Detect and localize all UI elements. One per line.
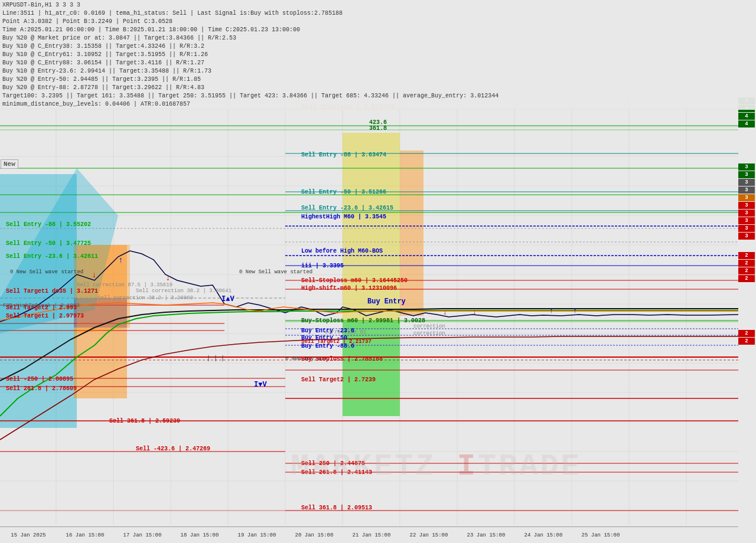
info-line-2: Point A:3.0382 | Point B:3.2249 | Point … <box>2 18 754 26</box>
badge-3-5: 3 <box>738 194 755 201</box>
info-line-6: Buy %10 @ C_Entry61: 3.10952 || Target:3… <box>2 51 754 59</box>
svg-text:↓: ↓ <box>165 273 170 283</box>
sell-361-8-mid: Sell 361.8 | 2.59239 <box>109 418 180 424</box>
info-text-12: minimum_distance_buy_levels: 0.04406 | A… <box>2 101 190 107</box>
info-text-3: Time A:2025.01.21 06:00:00 | Time B:2025… <box>2 27 300 33</box>
time-axis: 15 Jan 2025 16 Jan 15:00 17 Jan 15:00 18… <box>0 526 738 543</box>
time-label-7: 22 Jan 15:00 <box>410 532 448 538</box>
info-line-3: Time A:2025.01.21 06:00:00 | Time B:2025… <box>2 26 754 34</box>
info-line-1: Line:3511 | h1_atr_c0: 0.0169 | tema_h1_… <box>2 9 754 18</box>
info-text-2: Point A:3.0382 | Point B:3.2249 | Point … <box>2 18 172 25</box>
svg-text:↓: ↓ <box>443 309 447 317</box>
badge-2-3: 2 <box>738 267 755 274</box>
sell-261-8-left: Sell 261.8 | 2.78609 <box>6 385 77 392</box>
sell-entry-23-right: Sell Entry -23.6 | 3.42615 <box>301 205 393 211</box>
badge-3-6: 3 <box>738 202 755 209</box>
buy-entry-main-label: Buy Entry <box>367 297 406 306</box>
svg-rect-31 <box>400 151 423 316</box>
info-line-5: Buy %10 @ C_Entry38: 3.15358 || Target:4… <box>2 42 754 51</box>
info-line-4: Buy %20 @ Market price or at: 3.0847 || … <box>2 34 754 42</box>
badge-3-4: 3 <box>738 187 755 194</box>
info-text-8: Buy %10 @ Entry-23.6: 2.99414 || Target:… <box>2 68 211 74</box>
svg-text:correction: correction <box>413 323 445 329</box>
svg-text:I▼V: I▼V <box>254 381 267 389</box>
high-shift-m60: High-shift-m60 | 3.12310096 <box>301 285 397 292</box>
svg-rect-30 <box>343 322 400 416</box>
svg-text:Sell correction 38.2 | 3.26069: Sell correction 38.2 | 3.26069 <box>97 295 193 301</box>
sell-250-bottom: Sell 250 | 2.44875 <box>301 460 365 467</box>
badge-3-8: 3 <box>738 217 755 224</box>
sell-entry-88-left: Sell Entry -88 | 3.55202 <box>6 221 91 228</box>
svg-text:↓: ↓ <box>92 270 96 280</box>
time-label-9: 24 Jan 15:00 <box>524 532 563 538</box>
info-text-1: Line:3511 | h1_atr_c0: 0.0169 | tema_h1_… <box>2 10 343 17</box>
svg-text:I▲V: I▲V <box>221 295 234 303</box>
svg-text:correction: correction <box>413 331 445 336</box>
sell-361-8-bottom: Sell 361.8 | 2.09513 <box>301 505 372 511</box>
svg-text:↓: ↓ <box>472 309 477 317</box>
label-361-8: 361.8 <box>369 125 387 132</box>
info-line-8: Buy %10 @ Entry-23.6: 2.99414 || Target:… <box>2 67 754 76</box>
sell-target1-2: Sell Target1 | 2.97973 <box>6 313 84 319</box>
badge-3-9: 3 <box>738 225 755 232</box>
sell-target1-left: Sell Target1 do35 | 3.1271 <box>6 288 98 295</box>
sell-250-left: Sell -250 | 2.80895 <box>6 376 73 382</box>
svg-text:Sell correction 87.5 | 3.35619: Sell correction 87.5 | 3.35619 <box>77 282 172 288</box>
info-text-7: Buy %10 @ C_Entry88: 3.06154 || Target:3… <box>2 60 204 66</box>
sell-target2-bottom: Sell Target2 | 2.7239 <box>301 377 376 383</box>
time-label-2: 17 Jan 15:00 <box>123 532 162 538</box>
title-line: XRPUSDT-Bin,H1 3 3 3 3 <box>2 1 754 9</box>
badge-3-2: 3 <box>738 171 755 178</box>
svg-text:0 New Sell wave started: 0 New Sell wave started <box>239 269 312 275</box>
info-line-9: Buy %20 @ Entry-50: 2.94485 || Target:3.… <box>2 76 754 84</box>
time-label-3: 18 Jan 15:00 <box>181 532 219 538</box>
svg-text:Sell correction 38.2 | 3.30641: Sell correction 38.2 | 3.30641 <box>136 288 232 294</box>
low-before-high: Low before High M60-BOS <box>301 248 383 254</box>
chart-svg: ↓ ↑ ↓ I▲V I▼V correction 61 correction c… <box>0 97 738 525</box>
time-label-8: 23 Jan 15:00 <box>467 532 506 538</box>
info-line-12: minimum_distance_buy_levels: 0.04406 | A… <box>2 100 754 109</box>
sell-target2-left: Sell Target2 | 2.993 <box>6 305 77 311</box>
info-text-11: Target100: 3.2395 || Target 161: 3.35488… <box>2 93 498 99</box>
sell-entry-50-right: Sell Entry -50 | 3.51266 <box>301 189 386 195</box>
info-panel: XRPUSDT-Bin,H1 3 3 3 3 Line:3511 | h1_at… <box>0 0 756 110</box>
sell-stoploss-m60: Sell-Stoploss m60 | 3.16445250 <box>301 277 408 284</box>
svg-text:| | |: | | | <box>207 355 224 362</box>
badge-3-7: 3 <box>738 210 755 217</box>
sell-entry-23-left: Sell Entry -23.6 | 3.42611 <box>6 253 98 260</box>
info-text-5: Buy %10 @ C_Entry38: 3.15358 || Target:4… <box>2 43 204 50</box>
time-label-4: 19 Jan 15:00 <box>238 532 276 538</box>
buy-stoploss-m60-label: Buy-Stoploss m60 | 2.99981 | 3.0028 <box>301 318 425 324</box>
watermark-red: I <box>457 449 478 484</box>
info-line-10: Buy %20 @ Entry-88: 2.87278 || Target:3.… <box>2 84 754 92</box>
badge-2-2: 2 <box>738 260 755 267</box>
time-label-6: 21 Jan 15:00 <box>353 532 391 538</box>
svg-rect-27 <box>74 245 127 398</box>
info-text-9: Buy %20 @ Entry-50: 2.94485 || Target:3.… <box>2 76 201 83</box>
buy-stoploss-label: Buy Stoploss | 2.785188 <box>301 356 383 362</box>
time-label-0: 15 Jan 2025 <box>11 532 45 538</box>
new-label: New <box>1 159 18 169</box>
time-label-5: 20 Jan 15:00 <box>295 532 334 538</box>
chart-container: XRPUSDT-Bin,H1 3 3 3 3 Line:3511 | h1_at… <box>0 0 756 543</box>
info-line-11: Target100: 3.2395 || Target 161: 3.35488… <box>2 92 754 100</box>
svg-text:↑: ↑ <box>573 307 577 315</box>
sell-423-6: Sell -423.6 | 2.47269 <box>136 446 210 452</box>
badge-2-6: 2 <box>738 338 755 345</box>
sell-entry-50-left: Sell Entry -50 | 3.47725 <box>6 240 91 247</box>
time-label-10: 25 Jan 15:00 <box>582 532 620 538</box>
svg-text:0 New Sell wave started: 0 New Sell wave started <box>10 269 83 275</box>
badge-4-3: 4 <box>738 113 755 120</box>
iii-label: iii | 3.3395 <box>301 263 344 269</box>
badge-2-1: 2 <box>738 252 755 259</box>
badge-3-1: 3 <box>738 163 755 171</box>
info-text-10: Buy %20 @ Entry-88: 2.87278 || Target:3.… <box>2 84 204 91</box>
badge-4-4: 4 <box>738 120 755 127</box>
svg-text:↑: ↑ <box>118 256 123 265</box>
badge-2-4: 2 <box>738 275 755 282</box>
buy-entry-23-label: Buy Entry -23.6 <box>301 328 354 334</box>
svg-rect-29 <box>343 133 400 322</box>
info-text-4: Buy %20 @ Market price or at: 3.0847 || … <box>2 35 236 41</box>
time-label-1: 16 Jan 15:00 <box>66 532 105 538</box>
info-text-6: Buy %10 @ C_Entry61: 3.10952 || Target:3… <box>2 51 208 58</box>
